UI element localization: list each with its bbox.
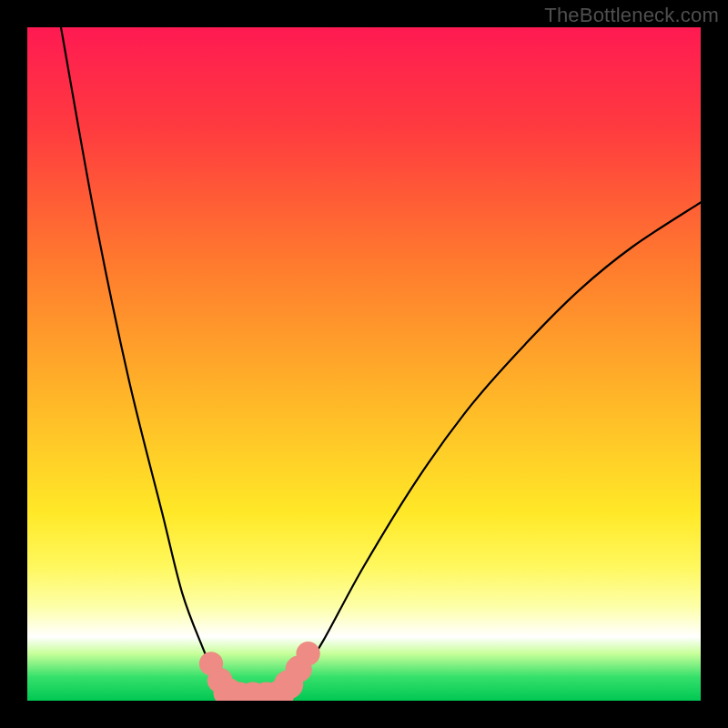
outer-frame: TheBottleneck.com (0, 0, 728, 728)
marker-dot (296, 642, 319, 665)
plot-area (27, 27, 701, 701)
gradient-background (27, 27, 701, 701)
chart-svg (27, 27, 701, 701)
watermark-label: TheBottleneck.com (544, 4, 719, 27)
